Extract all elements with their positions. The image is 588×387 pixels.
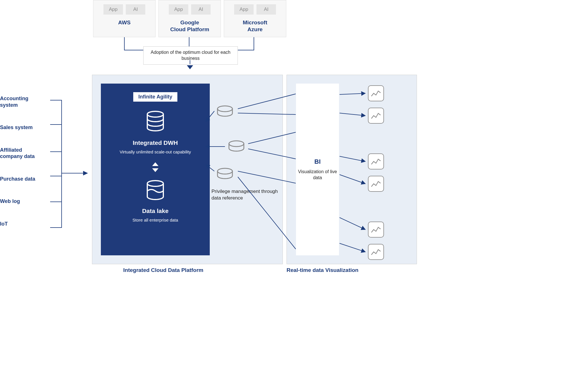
bidirectional-arrow-icon bbox=[151, 162, 159, 172]
platform-label: Integrated Cloud Data Platform bbox=[123, 267, 203, 273]
platform-container: Infinite Agility Integrated DWH Virtuall… bbox=[92, 75, 283, 264]
svg-marker-1 bbox=[187, 65, 193, 69]
svg-point-10 bbox=[217, 168, 232, 174]
ai-badge: AI bbox=[126, 4, 145, 15]
svg-marker-6 bbox=[152, 168, 158, 172]
svg-marker-5 bbox=[152, 162, 158, 166]
lake-title: Data lake bbox=[142, 208, 168, 214]
chart-tile-icon bbox=[368, 244, 384, 260]
cloud-badges: App AI bbox=[103, 4, 145, 15]
disk-icon bbox=[215, 168, 235, 180]
cloud-name: Google Cloud Platform bbox=[170, 19, 209, 33]
cloud-badges: App AI bbox=[169, 4, 211, 15]
svg-point-8 bbox=[217, 106, 232, 112]
bi-title: BI bbox=[314, 158, 321, 165]
chart-tile-icon bbox=[368, 85, 384, 101]
dwh-title: Integrated DWH bbox=[133, 139, 178, 146]
agility-badge: Infinite Agility bbox=[133, 92, 177, 102]
disk-icon bbox=[226, 140, 246, 152]
privilege-note: Privilege management through data refere… bbox=[211, 188, 279, 202]
app-badge: App bbox=[169, 4, 188, 15]
cloud-card-aws: App AI AWS bbox=[93, 0, 156, 37]
cloud-card-azure: App AI Microsoft Azure bbox=[224, 0, 286, 37]
viz-label: Real-time data Visualization bbox=[287, 267, 358, 273]
visualization-panel: BI Visualization of live data bbox=[287, 75, 417, 264]
source-affiliated: Affiliated company data bbox=[0, 147, 43, 160]
source-sales: Sales system bbox=[0, 124, 57, 131]
source-purchase: Purchase data bbox=[0, 176, 57, 182]
svg-marker-3 bbox=[83, 171, 88, 175]
agility-panel: Infinite Agility Integrated DWH Virtuall… bbox=[101, 84, 210, 255]
cloud-badges: App AI bbox=[234, 4, 276, 15]
svg-point-9 bbox=[229, 141, 244, 147]
ai-badge: AI bbox=[256, 4, 276, 15]
chart-tile-icon bbox=[368, 176, 384, 192]
source-iot: IoT bbox=[0, 221, 57, 227]
database-stack-icon bbox=[143, 110, 167, 134]
chart-tile-icon bbox=[368, 153, 384, 169]
chart-tile-icon bbox=[368, 108, 384, 124]
svg-point-7 bbox=[147, 181, 163, 186]
cloud-card-gcp: App AI Google Cloud Platform bbox=[158, 0, 221, 37]
lake-subtitle: Store all enterprise data bbox=[132, 217, 178, 223]
app-badge: App bbox=[234, 4, 254, 15]
dwh-subtitle: Virtually unlimited scale-out capability bbox=[119, 149, 191, 155]
disk-icon bbox=[215, 105, 235, 117]
cloud-providers-row: App AI AWS App AI Google Cloud Platform … bbox=[93, 0, 286, 37]
source-weblog: Web log bbox=[0, 198, 57, 205]
svg-point-4 bbox=[147, 111, 163, 117]
cloud-name: Microsoft Azure bbox=[243, 19, 267, 33]
cloud-name: AWS bbox=[118, 19, 130, 26]
arrow-down-icon bbox=[186, 60, 194, 70]
bi-subtitle: Visualization of live data bbox=[296, 169, 339, 181]
sources-list: Accounting system Sales system Affiliate… bbox=[0, 95, 57, 243]
chart-tile-icon bbox=[368, 222, 384, 238]
app-badge: App bbox=[103, 4, 123, 15]
data-lake-icon bbox=[143, 179, 167, 202]
ai-badge: AI bbox=[191, 4, 211, 15]
source-accounting: Accounting system bbox=[0, 95, 34, 108]
bi-box: BI Visualization of live data bbox=[296, 84, 339, 255]
